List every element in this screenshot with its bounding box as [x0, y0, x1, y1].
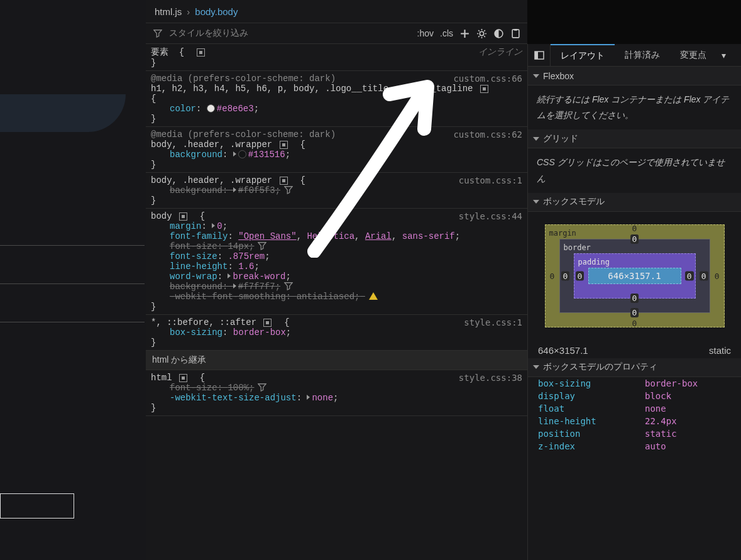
plus-icon[interactable] — [459, 28, 470, 39]
filter-icon[interactable] — [258, 383, 266, 392]
val-font-size[interactable]: .875rem — [228, 251, 265, 261]
breadcrumb-file[interactable]: html.js — [155, 6, 182, 17]
expand-icon[interactable] — [228, 273, 231, 278]
filter-input[interactable]: スタイルを絞り込み — [169, 28, 248, 39]
val-line-height[interactable]: 1.6 — [238, 261, 254, 272]
hov-toggle[interactable]: :hov — [417, 28, 434, 38]
target-icon[interactable] — [179, 374, 187, 382]
border-top[interactable]: 0 — [630, 234, 639, 244]
source-link[interactable]: style.css:38 — [459, 373, 522, 383]
expand-icon[interactable] — [212, 223, 215, 228]
prop-box-sizing[interactable]: box-sizing — [170, 327, 222, 338]
prop-color[interactable]: color — [170, 104, 196, 114]
color-swatch[interactable] — [238, 150, 246, 158]
val-font-size[interactable]: 14px — [228, 241, 249, 251]
val-font-smoothing[interactable]: antialiased — [297, 292, 354, 302]
rule-element-inline[interactable]: インライン 要素 { } — [146, 44, 527, 71]
panel-toggle-icon[interactable] — [528, 44, 551, 66]
val-tsa[interactable]: none — [312, 393, 333, 403]
val-font1[interactable]: "Open Sans" — [238, 231, 296, 241]
tab-changes[interactable]: 変更点 — [670, 44, 716, 66]
padding-right[interactable]: 0 — [685, 271, 694, 280]
breadcrumb-selector[interactable]: body.body — [195, 6, 238, 17]
prop-margin[interactable]: margin — [170, 221, 201, 231]
filter-icon[interactable] — [284, 185, 293, 194]
prop-text-size-adjust[interactable]: -webkit-text-size-adjust — [170, 393, 297, 403]
val-font3[interactable]: Arial — [365, 231, 392, 241]
source-link[interactable]: style.css:44 — [459, 211, 522, 221]
target-icon[interactable] — [280, 141, 288, 149]
val-box-sizing[interactable]: border-box — [233, 327, 286, 338]
prop-font-size[interactable]: font-size — [170, 251, 217, 261]
val-font4[interactable]: sans-serif — [402, 231, 455, 241]
target-icon[interactable] — [480, 85, 488, 93]
rule-body[interactable]: style.css:44 body { margin: 0; font-fami… — [146, 209, 527, 315]
prop-background[interactable]: background — [170, 282, 222, 292]
rule-html[interactable]: style.css:38 html { font-size: 100%; -we… — [146, 370, 527, 416]
prop-font-family[interactable]: font-family — [170, 231, 228, 241]
target-icon[interactable] — [280, 177, 288, 185]
val-bg[interactable]: #f7f7f7 — [238, 282, 275, 292]
prop-row[interactable]: z-indexauto — [528, 440, 741, 453]
target-icon[interactable] — [197, 48, 205, 57]
source-link[interactable]: custom.css:66 — [453, 74, 522, 84]
padding-bottom[interactable]: 0 — [630, 294, 639, 303]
border-left[interactable]: 0 — [561, 271, 570, 280]
clipboard-icon[interactable] — [510, 28, 521, 39]
box-model-diagram[interactable]: margin 0 0 0 0 border 0 0 0 0 padding 0 … — [528, 212, 741, 340]
border-right[interactable]: 0 — [700, 271, 708, 280]
section-box-props[interactable]: ボックスモデルのプロパティ — [528, 358, 741, 377]
val-color[interactable]: #e8e6e3 — [217, 104, 254, 114]
val-font-size[interactable]: 100% — [228, 383, 249, 393]
val-background[interactable]: #131516 — [248, 150, 285, 160]
prop-row[interactable]: floatnone — [528, 402, 741, 415]
margin-top[interactable]: 0 — [630, 224, 639, 233]
prop-font-size[interactable]: font-size — [170, 241, 217, 251]
section-grid[interactable]: グリッド — [528, 129, 741, 148]
val-font2[interactable]: Helvetica — [307, 231, 354, 241]
target-icon[interactable] — [263, 319, 272, 327]
warning-icon[interactable] — [369, 292, 378, 300]
color-swatch[interactable] — [207, 104, 215, 113]
margin-right[interactable]: 0 — [713, 271, 722, 280]
prop-font-smoothing[interactable]: -webkit-font-smoothing — [170, 292, 286, 302]
prop-word-wrap[interactable]: word-wrap — [170, 272, 217, 282]
rule-media-color[interactable]: custom.css:66 @media (prefers-color-sche… — [146, 71, 527, 127]
rule-reset[interactable]: style.css:1 *, ::before, ::after { box-s… — [146, 315, 527, 351]
prop-line-height[interactable]: line-height — [170, 261, 228, 272]
prop-row[interactable]: box-sizingborder-box — [528, 377, 741, 390]
val-word-wrap[interactable]: break-word — [233, 272, 285, 282]
filter-icon[interactable] — [258, 241, 266, 250]
border-bottom[interactable]: 0 — [630, 308, 639, 317]
tab-computed[interactable]: 計算済み — [615, 44, 670, 66]
source-link[interactable]: custom.css:62 — [453, 129, 522, 140]
val-background[interactable]: #f0f5f3 — [238, 185, 275, 195]
box-content[interactable]: 646×3157.1 — [588, 268, 681, 284]
tab-more-icon[interactable]: ▾ — [716, 50, 731, 60]
moon-icon[interactable] — [493, 28, 504, 39]
filter-icon[interactable] — [284, 282, 293, 290]
sun-icon[interactable] — [476, 28, 487, 39]
tab-layout[interactable]: レイアウト — [551, 44, 615, 66]
source-link[interactable]: custom.css:1 — [459, 175, 522, 185]
cls-toggle[interactable]: .cls — [440, 28, 453, 38]
val-margin[interactable]: 0 — [217, 221, 222, 231]
rule-media-bg[interactable]: custom.css:62 @media (prefers-color-sche… — [146, 127, 527, 173]
prop-row[interactable]: displayblock — [528, 390, 741, 402]
prop-row[interactable]: line-height22.4px — [528, 415, 741, 427]
prop-font-size[interactable]: font-size — [170, 383, 217, 393]
section-box-model[interactable]: ボックスモデル — [528, 193, 741, 212]
rule-wrapper-overridden[interactable]: custom.css:1 body, .header, .wrapper { b… — [146, 173, 527, 209]
expand-icon[interactable] — [307, 395, 310, 400]
margin-left[interactable]: 0 — [548, 271, 557, 280]
section-flexbox[interactable]: Flexbox — [528, 67, 741, 85]
target-icon[interactable] — [179, 212, 187, 221]
expand-icon[interactable] — [233, 151, 236, 156]
prop-row[interactable]: positionstatic — [528, 427, 741, 440]
source-link[interactable]: style.css:1 — [464, 317, 522, 327]
prop-background[interactable]: background — [170, 150, 222, 160]
margin-bottom[interactable]: 0 — [630, 319, 639, 328]
prop-background[interactable]: background — [170, 185, 222, 195]
padding-left[interactable]: 0 — [576, 271, 585, 280]
breadcrumb[interactable]: html.js › body.body — [146, 0, 527, 23]
